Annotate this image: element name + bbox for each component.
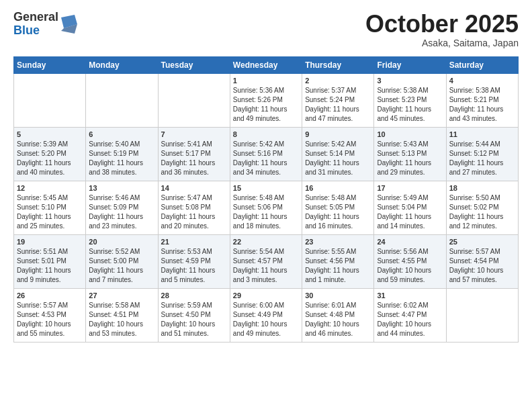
weekday-header-monday: Monday — [86, 56, 158, 73]
day-number: 18 — [449, 184, 515, 192]
cell-info: Sunrise: 5:48 AMSunset: 5:05 PMDaylight:… — [305, 193, 371, 231]
day-number: 11 — [449, 130, 515, 138]
logo: General Blue — [13, 11, 77, 38]
weekday-header-wednesday: Wednesday — [230, 56, 302, 73]
calendar-cell: 29Sunrise: 6:00 AMSunset: 4:49 PMDayligh… — [230, 288, 302, 342]
calendar-cell: 3Sunrise: 5:38 AMSunset: 5:23 PMDaylight… — [374, 73, 446, 127]
calendar-cell: 17Sunrise: 5:49 AMSunset: 5:04 PMDayligh… — [374, 181, 446, 234]
cell-info: Sunrise: 5:55 AMSunset: 4:56 PMDaylight:… — [305, 247, 371, 285]
weekday-header-saturday: Saturday — [446, 56, 518, 73]
cell-info: Sunrise: 5:52 AMSunset: 5:00 PMDaylight:… — [89, 247, 154, 285]
calendar-cell: 7Sunrise: 5:41 AMSunset: 5:17 PMDaylight… — [158, 127, 230, 181]
cell-info: Sunrise: 5:45 AMSunset: 5:10 PMDaylight:… — [17, 193, 83, 231]
day-number: 19 — [17, 238, 83, 246]
calendar-cell: 20Sunrise: 5:52 AMSunset: 5:00 PMDayligh… — [86, 234, 158, 288]
cell-info: Sunrise: 6:01 AMSunset: 4:48 PMDaylight:… — [305, 301, 371, 338]
calendar-cell: 4Sunrise: 5:38 AMSunset: 5:21 PMDaylight… — [446, 73, 518, 127]
weekday-header-friday: Friday — [374, 56, 446, 73]
day-number: 1 — [233, 77, 299, 85]
day-number: 9 — [305, 130, 371, 138]
day-number: 16 — [305, 184, 371, 192]
logo-text: General Blue — [13, 11, 58, 38]
calendar-cell: 21Sunrise: 5:53 AMSunset: 4:59 PMDayligh… — [158, 234, 230, 288]
cell-info: Sunrise: 5:37 AMSunset: 5:24 PMDaylight:… — [305, 86, 371, 124]
calendar-week-row: 19Sunrise: 5:51 AMSunset: 5:01 PMDayligh… — [14, 234, 519, 288]
day-number: 5 — [17, 130, 83, 138]
day-number: 14 — [161, 184, 227, 192]
day-number: 6 — [89, 130, 154, 138]
weekday-header-thursday: Thursday — [302, 56, 374, 73]
calendar-cell: 15Sunrise: 5:48 AMSunset: 5:06 PMDayligh… — [230, 181, 302, 234]
day-number: 12 — [17, 184, 83, 192]
calendar-cell: 16Sunrise: 5:48 AMSunset: 5:05 PMDayligh… — [302, 181, 374, 234]
logo-blue: Blue — [13, 24, 58, 38]
cell-info: Sunrise: 5:49 AMSunset: 5:04 PMDaylight:… — [377, 193, 443, 231]
calendar-cell: 12Sunrise: 5:45 AMSunset: 5:10 PMDayligh… — [14, 181, 86, 234]
calendar-table: SundayMondayTuesdayWednesdayThursdayFrid… — [13, 56, 519, 342]
cell-info: Sunrise: 5:40 AMSunset: 5:19 PMDaylight:… — [89, 140, 154, 177]
calendar-cell: 22Sunrise: 5:54 AMSunset: 4:57 PMDayligh… — [230, 234, 302, 288]
calendar-cell: 26Sunrise: 5:57 AMSunset: 4:53 PMDayligh… — [14, 288, 86, 342]
calendar-cell — [158, 73, 230, 127]
calendar-cell: 2Sunrise: 5:37 AMSunset: 5:24 PMDaylight… — [302, 73, 374, 127]
day-number: 7 — [161, 130, 227, 138]
day-number: 29 — [233, 291, 299, 300]
day-number: 20 — [89, 238, 154, 246]
calendar-cell: 5Sunrise: 5:39 AMSunset: 5:20 PMDaylight… — [14, 127, 86, 181]
header: General Blue October 2025 Asaka, Saitama… — [13, 11, 519, 48]
cell-info: Sunrise: 5:43 AMSunset: 5:13 PMDaylight:… — [377, 140, 443, 177]
calendar-week-row: 12Sunrise: 5:45 AMSunset: 5:10 PMDayligh… — [14, 181, 519, 234]
day-number: 31 — [377, 291, 443, 300]
calendar-cell: 9Sunrise: 5:42 AMSunset: 5:14 PMDaylight… — [302, 127, 374, 181]
month-title: October 2025 — [365, 11, 519, 38]
day-number: 15 — [233, 184, 299, 192]
calendar-cell: 19Sunrise: 5:51 AMSunset: 5:01 PMDayligh… — [14, 234, 86, 288]
day-number: 3 — [377, 77, 443, 85]
cell-info: Sunrise: 5:53 AMSunset: 4:59 PMDaylight:… — [161, 247, 227, 285]
calendar-week-row: 5Sunrise: 5:39 AMSunset: 5:20 PMDaylight… — [14, 127, 519, 181]
calendar-cell: 6Sunrise: 5:40 AMSunset: 5:19 PMDaylight… — [86, 127, 158, 181]
cell-info: Sunrise: 5:36 AMSunset: 5:26 PMDaylight:… — [233, 86, 299, 124]
cell-info: Sunrise: 5:38 AMSunset: 5:21 PMDaylight:… — [449, 86, 515, 124]
cell-info: Sunrise: 6:00 AMSunset: 4:49 PMDaylight:… — [233, 301, 299, 338]
calendar-week-row: 26Sunrise: 5:57 AMSunset: 4:53 PMDayligh… — [14, 288, 519, 342]
calendar-cell: 1Sunrise: 5:36 AMSunset: 5:26 PMDaylight… — [230, 73, 302, 127]
cell-info: Sunrise: 5:50 AMSunset: 5:02 PMDaylight:… — [449, 193, 515, 231]
calendar-cell: 18Sunrise: 5:50 AMSunset: 5:02 PMDayligh… — [446, 181, 518, 234]
calendar-cell — [86, 73, 158, 127]
calendar-cell: 25Sunrise: 5:57 AMSunset: 4:54 PMDayligh… — [446, 234, 518, 288]
logo-icon — [61, 15, 77, 34]
day-number: 30 — [305, 291, 371, 300]
day-number: 28 — [161, 291, 227, 300]
cell-info: Sunrise: 5:57 AMSunset: 4:53 PMDaylight:… — [17, 301, 83, 338]
calendar-cell — [446, 288, 518, 342]
calendar-cell: 14Sunrise: 5:47 AMSunset: 5:08 PMDayligh… — [158, 181, 230, 234]
cell-info: Sunrise: 5:41 AMSunset: 5:17 PMDaylight:… — [161, 140, 227, 177]
cell-info: Sunrise: 5:44 AMSunset: 5:12 PMDaylight:… — [449, 140, 515, 177]
day-number: 13 — [89, 184, 154, 192]
day-number: 27 — [89, 291, 154, 300]
day-number: 4 — [449, 77, 515, 85]
calendar-cell: 31Sunrise: 6:02 AMSunset: 4:47 PMDayligh… — [374, 288, 446, 342]
logo-general: General — [13, 11, 58, 24]
day-number: 2 — [305, 77, 371, 85]
cell-info: Sunrise: 5:38 AMSunset: 5:23 PMDaylight:… — [377, 86, 443, 124]
cell-info: Sunrise: 5:42 AMSunset: 5:16 PMDaylight:… — [233, 140, 299, 177]
cell-info: Sunrise: 6:02 AMSunset: 4:47 PMDaylight:… — [377, 301, 443, 338]
day-number: 22 — [233, 238, 299, 246]
cell-info: Sunrise: 5:47 AMSunset: 5:08 PMDaylight:… — [161, 193, 227, 231]
weekday-header-row: SundayMondayTuesdayWednesdayThursdayFrid… — [14, 56, 519, 73]
day-number: 17 — [377, 184, 443, 192]
weekday-header-tuesday: Tuesday — [158, 56, 230, 73]
cell-info: Sunrise: 5:57 AMSunset: 4:54 PMDaylight:… — [449, 247, 515, 285]
day-number: 23 — [305, 238, 371, 246]
day-number: 24 — [377, 238, 443, 246]
cell-info: Sunrise: 5:58 AMSunset: 4:51 PMDaylight:… — [89, 301, 154, 338]
cell-info: Sunrise: 5:42 AMSunset: 5:14 PMDaylight:… — [305, 140, 371, 177]
day-number: 8 — [233, 130, 299, 138]
cell-info: Sunrise: 5:56 AMSunset: 4:55 PMDaylight:… — [377, 247, 443, 285]
weekday-header-sunday: Sunday — [14, 56, 86, 73]
cell-info: Sunrise: 5:48 AMSunset: 5:06 PMDaylight:… — [233, 193, 299, 231]
calendar-cell: 28Sunrise: 5:59 AMSunset: 4:50 PMDayligh… — [158, 288, 230, 342]
cell-info: Sunrise: 5:51 AMSunset: 5:01 PMDaylight:… — [17, 247, 83, 285]
